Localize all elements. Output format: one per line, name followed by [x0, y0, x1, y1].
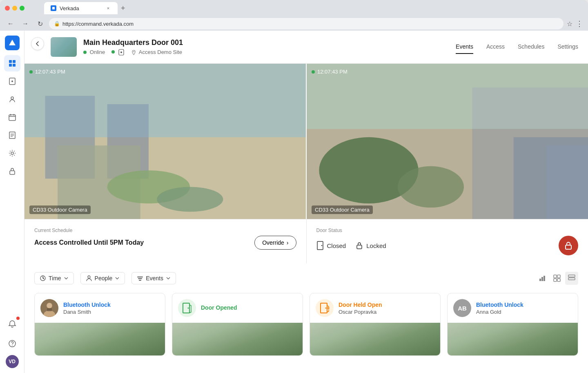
tab-access[interactable]: Access — [486, 40, 505, 54]
svg-rect-37 — [547, 145, 588, 219]
minimize-dot[interactable] — [12, 6, 17, 11]
list-view-button[interactable] — [565, 272, 578, 285]
svg-rect-1 — [13, 60, 16, 63]
svg-rect-16 — [10, 171, 15, 174]
schedule-label: Current Schedule — [34, 228, 296, 233]
event-avatar-1 — [178, 299, 196, 317]
chevron-down-icon-2 — [115, 276, 120, 281]
reload-button[interactable]: ↻ — [34, 18, 46, 29]
door-status-panel: Door Status Closed Loc — [306, 219, 588, 264]
device-thumbnail — [51, 37, 77, 57]
svg-rect-60 — [47, 308, 52, 311]
event-info-0: Bluetooth Unlock Dana Smith — [63, 302, 159, 315]
camera-view-right[interactable]: 12:07:43 PM CD33 Outdoor Camera — [306, 64, 588, 219]
svg-point-43 — [88, 276, 90, 278]
event-card-1[interactable]: Door Opened — [172, 293, 303, 356]
sidebar-item-calendar[interactable] — [4, 109, 20, 125]
new-tab-button[interactable]: + — [118, 4, 129, 13]
svg-rect-50 — [554, 275, 557, 278]
address-bar[interactable]: 🔒 https://command.verkada.com — [49, 18, 564, 29]
notification-badge — [16, 317, 20, 320]
browser-chrome: Verkada × + ← → ↻ 🔒 https://command.verk… — [0, 0, 588, 31]
device-nav: Events Access Schedules Settings — [456, 40, 578, 54]
app-container: VD Main Headquarters Door 001 Online — [0, 31, 588, 373]
event-card-image-2 — [310, 323, 440, 355]
camera-section: 12:07:43 PM CD33 Outdoor Camera — [24, 64, 588, 219]
grid-view-button[interactable] — [550, 272, 564, 285]
time-filter-button[interactable]: Time — [34, 272, 74, 284]
camera-scene-right — [307, 64, 588, 219]
back-button[interactable] — [31, 37, 44, 50]
tab-settings[interactable]: Settings — [557, 40, 578, 54]
forward-button[interactable]: → — [20, 18, 31, 29]
events-filter-button[interactable]: Events — [131, 272, 176, 284]
tab-schedules[interactable]: Schedules — [518, 40, 544, 54]
svg-rect-29 — [24, 64, 306, 137]
event-person-3: Anna Gold — [476, 309, 572, 315]
sidebar-item-people[interactable] — [4, 91, 20, 107]
door-closed-status: Closed — [316, 241, 346, 250]
door-status-label: Door Status — [316, 228, 579, 233]
event-type-3: Bluetooth Unlock — [476, 302, 572, 308]
svg-point-28 — [157, 187, 223, 212]
sidebar-item-help[interactable] — [4, 335, 20, 352]
svg-rect-44 — [137, 277, 143, 277]
svg-rect-0 — [9, 60, 12, 63]
chevron-down-icon — [64, 276, 69, 281]
sidebar-item-grid[interactable] — [4, 55, 20, 71]
close-dot[interactable] — [5, 6, 10, 11]
event-type-0: Bluetooth Unlock — [63, 302, 159, 308]
menu-icon[interactable]: ⋮ — [576, 19, 583, 28]
sidebar-item-notification[interactable] — [4, 316, 20, 332]
bookmark-icon[interactable]: ☆ — [567, 20, 572, 28]
sidebar-item-reports[interactable] — [4, 127, 20, 143]
bar-chart-view-button[interactable] — [536, 272, 549, 285]
browser-tab[interactable]: Verkada × — [44, 2, 118, 14]
device-info: Main Headquarters Door 001 Online — [83, 38, 456, 56]
svg-rect-7 — [9, 115, 16, 121]
override-button[interactable]: Override › — [254, 236, 296, 250]
lock-toggle-button[interactable] — [559, 236, 578, 255]
camera-view-left[interactable]: 12:07:43 PM CD33 Outdoor Camera — [24, 64, 306, 219]
sidebar-item-access[interactable] — [4, 73, 20, 89]
sidebar-item-settings[interactable] — [4, 145, 20, 161]
back-button[interactable]: ← — [5, 18, 16, 29]
door-held-icon — [319, 302, 330, 314]
events-section: Time People — [24, 264, 588, 364]
events-grid: Bluetooth Unlock Dana Smith — [34, 293, 578, 356]
url-text: https://command.verkada.com — [62, 21, 134, 27]
camera-feed-right — [307, 64, 588, 219]
door-status-row: Closed Locked — [316, 236, 579, 255]
tab-close-button[interactable]: × — [105, 5, 111, 11]
event-card-3[interactable]: AB Bluetooth Unlock Anna Gold — [447, 293, 578, 356]
svg-rect-36 — [307, 64, 588, 129]
device-dot — [111, 50, 115, 54]
sidebar: VD — [0, 31, 24, 373]
event-card-image-0 — [35, 323, 165, 355]
tab-events[interactable]: Events — [456, 40, 473, 54]
sidebar-item-lock[interactable] — [4, 163, 20, 179]
event-card-2[interactable]: Door Held Open Oscar Popravka — [310, 293, 441, 356]
online-status: Online — [83, 49, 105, 55]
user-avatar[interactable]: VD — [6, 355, 19, 368]
location-info: Access Demo Site — [131, 49, 182, 55]
device-name: Main Headquarters Door 001 — [83, 38, 456, 47]
thumbnail-image — [51, 37, 77, 57]
event-info-3: Bluetooth Unlock Anna Gold — [476, 302, 572, 315]
event-card-0[interactable]: Bluetooth Unlock Dana Smith — [34, 293, 165, 356]
sidebar-logo — [5, 36, 20, 50]
event-card-header-0: Bluetooth Unlock Dana Smith — [35, 293, 165, 323]
maximize-dot[interactable] — [20, 6, 24, 11]
camera-label-right: CD33 Outdoor Camera — [312, 205, 373, 214]
camera-timestamp-right: 12:07:43 PM — [312, 69, 347, 75]
svg-point-39 — [321, 245, 322, 246]
event-info-2: Door Held Open Oscar Popravka — [339, 302, 434, 315]
svg-rect-45 — [138, 278, 142, 279]
event-type-1: Door Opened — [201, 304, 297, 311]
camera-label-left: CD33 Outdoor Camera — [29, 205, 91, 214]
settings-icon — [8, 149, 16, 157]
camera-feed-left — [24, 64, 306, 219]
view-buttons — [536, 272, 578, 285]
svg-rect-49 — [543, 276, 545, 281]
people-filter-button[interactable]: People — [80, 272, 125, 284]
